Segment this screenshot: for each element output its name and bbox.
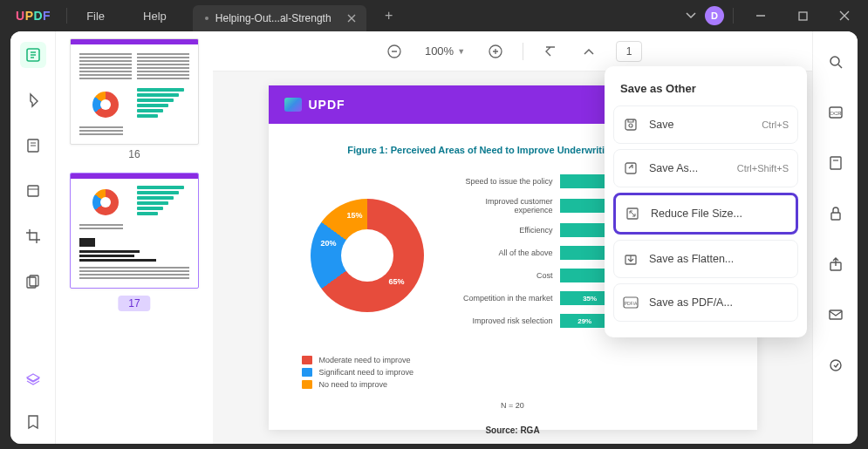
app-logo: UPDF [0,9,66,23]
sample-size: N = 20 [293,401,733,410]
thumbnail-16[interactable] [70,38,199,145]
updf-doc-logo-text: UPDF [309,98,345,112]
zoom-in-button[interactable] [484,40,507,63]
donut-label-20: 20% [321,239,337,248]
shortcut-label: Ctrl+S [762,119,789,130]
layers-icon[interactable] [20,367,46,393]
first-page-button[interactable] [539,40,562,63]
ocr-icon[interactable]: OCR [823,99,849,126]
crop-tool-icon[interactable] [20,223,46,249]
dropdown-title: Save as Other [613,77,798,105]
svg-rect-3 [28,186,38,196]
pdfa-icon: PDF/A [623,295,639,310]
titlebar: UPDF File Help Helping-Out...al-Strength… [0,0,868,31]
search-icon[interactable] [823,49,849,75]
workspace: 16 17 100% [10,31,858,444]
batch-tool-icon[interactable] [20,269,46,295]
left-rail [10,31,56,444]
reader-mode-icon[interactable] [20,42,46,68]
tab-dot-icon [205,17,208,20]
organize-tool-icon[interactable] [20,178,46,204]
right-rail: OCR [812,31,858,444]
donut-label-15: 15% [347,211,363,220]
svg-rect-12 [833,160,838,161]
zoom-value[interactable]: 100% ▼ [421,44,468,58]
menu-file[interactable]: File [67,10,124,23]
thumbnail-17[interactable] [70,173,199,289]
prev-page-button[interactable] [578,40,600,63]
save-as-other-menu: Save as Other Save Ctrl+S Save As... Ctr… [605,66,807,337]
svg-rect-16 [830,360,841,371]
thumbnail-label-17: 17 [118,296,150,311]
donut-chart: 65% 20% 15% [311,199,424,312]
svg-rect-11 [830,157,841,169]
source-line: Source: RGA [293,425,733,435]
menu-help[interactable]: Help [124,10,186,23]
share-icon[interactable] [823,251,849,277]
shortcut-label: Ctrl+Shift+S [737,163,789,173]
menu-reduce-file-size[interactable]: Reduce File Size... [613,193,798,235]
close-window-button[interactable] [826,0,863,31]
compress-icon [625,206,640,221]
menu-save-flatten[interactable]: Save as Flatten... [613,240,798,278]
export-icon[interactable] [823,352,849,378]
legend: Moderate need to improve Significant nee… [302,356,733,389]
page-number-input[interactable] [616,41,642,62]
donut-label-65: 65% [388,277,404,286]
close-icon[interactable] [345,12,358,24]
edit-tool-icon[interactable] [20,133,46,159]
svg-rect-17 [625,119,636,130]
svg-text:PDF/A: PDF/A [625,301,638,306]
comment-tool-icon[interactable] [20,87,46,113]
chevron-down-icon[interactable] [682,7,700,24]
save-as-icon [623,160,639,176]
save-icon [623,117,639,133]
tab-title: Helping-Out...al-Strength [215,12,331,24]
thumbnails-panel: 16 17 [56,31,213,444]
svg-rect-0 [799,12,807,20]
menu-save-pdfa[interactable]: PDF/A Save as PDF/A... [613,283,798,322]
svg-rect-13 [831,213,840,220]
menu-save[interactable]: Save Ctrl+S [613,105,798,144]
user-avatar[interactable]: D [705,6,724,25]
svg-text:OCR: OCR [830,111,842,116]
menu-save-as[interactable]: Save As... Ctrl+Shift+S [613,149,798,187]
svg-point-18 [629,124,632,127]
form-icon[interactable] [823,150,849,176]
svg-rect-19 [625,163,636,173]
minimize-button[interactable] [742,0,779,31]
flatten-icon [623,251,639,267]
maximize-button[interactable] [784,0,821,31]
caret-down-icon: ▼ [457,47,465,56]
zoom-out-button[interactable] [383,40,406,63]
protect-icon[interactable] [823,201,849,227]
add-tab-button[interactable]: + [377,3,401,28]
thumbnail-label-16: 16 [70,148,199,160]
bookmark-icon[interactable] [20,409,46,435]
svg-point-8 [830,57,839,65]
document-tab[interactable]: Helping-Out...al-Strength [193,5,366,31]
email-icon[interactable] [823,302,849,328]
updf-doc-logo-icon [284,98,302,112]
svg-rect-15 [830,310,842,319]
